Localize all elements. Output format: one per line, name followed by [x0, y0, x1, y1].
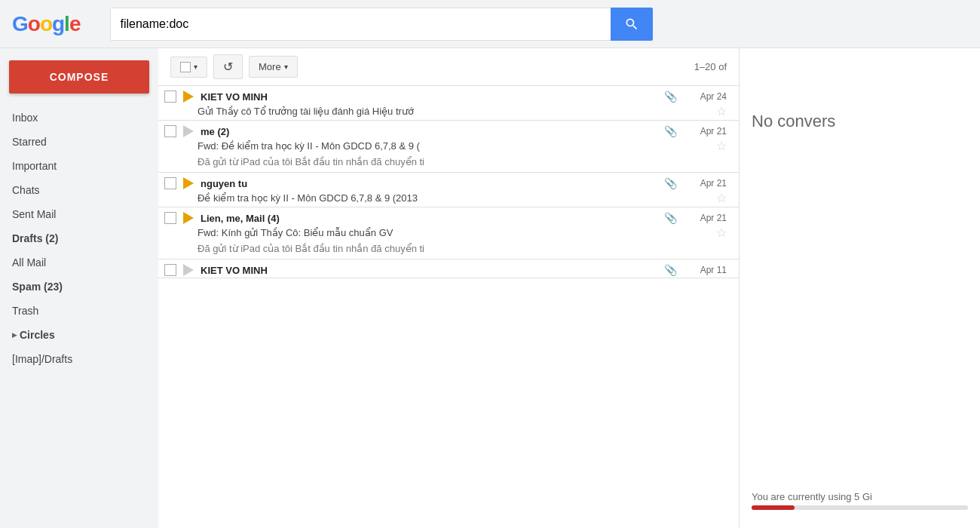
expand-icon: ▸: [12, 330, 17, 340]
sidebar-item-allmail[interactable]: All Mail: [0, 250, 152, 275]
sidebar-item-starred[interactable]: Starred: [0, 130, 152, 154]
important-marker-icon: [182, 125, 194, 137]
email-row[interactable]: me (2)📎Apr 21Fwd: Đề kiểm tra học kỳ II …: [158, 121, 739, 173]
email-checkbox[interactable]: [164, 212, 176, 224]
refresh-button[interactable]: ↺: [213, 54, 243, 79]
attachment-icon: 📎: [664, 212, 677, 224]
sidebar-item-important[interactable]: Important: [0, 154, 152, 178]
email-row[interactable]: Lien, me, Mail (4)📎Apr 21Fwd: Kính gửi T…: [158, 207, 739, 259]
sidebar-item-label: Important: [12, 160, 57, 172]
sidebar-item-circles[interactable]: ▸ Circles: [0, 323, 152, 347]
sidebar-item-sent[interactable]: Sent Mail: [0, 202, 152, 226]
email-sender: KIET VO MINH: [201, 265, 321, 276]
attachment-icon: 📎: [664, 177, 677, 189]
star-icon[interactable]: ☆: [716, 139, 727, 153]
email-snippet: Đã gửi từ iPad của tôi Bắt đầu tin nhắn …: [158, 155, 739, 172]
star-icon[interactable]: ☆: [716, 226, 727, 240]
main: COMPOSE InboxStarredImportantChatsSent M…: [0, 48, 980, 528]
sidebar-item-trash[interactable]: Trash: [0, 299, 152, 323]
sidebar-item-label: Spam (23): [12, 281, 63, 293]
header: Google: [0, 0, 980, 48]
sidebar-item-label: Sent Mail: [12, 208, 56, 220]
sidebar-item-drafts[interactable]: Drafts (2): [0, 226, 152, 250]
sidebar-item-label: Circles: [20, 329, 55, 341]
email-checkbox[interactable]: [164, 177, 176, 189]
sidebar-items: InboxStarredImportantChatsSent MailDraft…: [0, 106, 158, 371]
star-icon[interactable]: ☆: [716, 191, 727, 205]
compose-button[interactable]: COMPOSE: [9, 60, 149, 94]
refresh-icon: ↺: [223, 60, 233, 74]
important-marker-icon: [182, 212, 194, 224]
attachment-icon: 📎: [664, 264, 677, 276]
sidebar-item-label: Trash: [12, 305, 38, 317]
more-caret: ▾: [284, 63, 288, 71]
email-row[interactable]: KIET VO MINH📎Apr 24Gửi Thầy cô Tổ trưởng…: [158, 86, 739, 121]
email-sender: me (2): [201, 126, 321, 137]
sidebar-item-label: All Mail: [12, 256, 46, 269]
sidebar-item-chats[interactable]: Chats: [0, 178, 152, 202]
checkbox-icon: [180, 62, 191, 72]
email-subject: Đề kiểm tra học kỳ II - Môn GDCD 6,7,8 &…: [198, 192, 710, 204]
important-marker-icon: [182, 264, 194, 276]
search-area: [110, 8, 653, 41]
toolbar: ▾ ↺ More ▾ 1–20 of: [158, 48, 739, 86]
email-subject: Fwd: Đề kiểm tra học kỳ II - Môn GDCD 6,…: [198, 140, 710, 152]
important-marker-icon: [182, 177, 194, 189]
email-list: KIET VO MINH📎Apr 24Gửi Thầy cô Tổ trưởng…: [158, 86, 739, 528]
email-date: Apr 24: [689, 91, 727, 102]
google-logo: Google: [12, 12, 80, 36]
email-checkbox[interactable]: [164, 264, 176, 276]
search-input[interactable]: [110, 8, 611, 41]
attachment-icon: 📎: [664, 125, 677, 137]
email-row[interactable]: nguyen tu📎Apr 21Đề kiểm tra học kỳ II - …: [158, 173, 739, 207]
email-subject: Fwd: Kính gửi Thầy Cô: Biểu mẫu chuẩn GV: [198, 227, 710, 238]
pagination: 1–20 of: [694, 61, 727, 72]
storage-bar: [752, 505, 795, 510]
important-marker-icon: [182, 91, 194, 103]
sidebar-item-inbox[interactable]: Inbox: [0, 106, 152, 130]
more-label: More: [259, 61, 281, 72]
search-icon: [624, 17, 639, 32]
sidebar-item-spam[interactable]: Spam (23): [0, 275, 152, 299]
right-panel: No convers You are currently using 5 Gi: [739, 48, 980, 528]
select-button[interactable]: ▾: [170, 57, 207, 78]
sidebar-item-imap-drafts[interactable]: [Imap]/Drafts: [0, 347, 152, 371]
sidebar-item-label: Starred: [12, 136, 47, 148]
sidebar-item-label: [Imap]/Drafts: [12, 353, 72, 365]
sidebar-item-label: Chats: [12, 184, 40, 196]
more-button[interactable]: More ▾: [249, 56, 298, 78]
email-date: Apr 21: [689, 213, 727, 223]
storage-bar-container: [752, 505, 968, 510]
email-sender: nguyen tu: [201, 178, 321, 189]
attachment-icon: 📎: [664, 91, 677, 103]
storage-text: You are currently using 5 Gi: [752, 491, 968, 502]
search-button[interactable]: [611, 8, 653, 41]
email-sender: Lien, me, Mail (4): [201, 213, 321, 224]
star-icon[interactable]: ☆: [716, 104, 727, 118]
email-snippet: Đã gửi từ iPad của tôi Bắt đầu tin nhắn …: [158, 241, 739, 259]
no-conversation-text: No convers: [752, 112, 968, 131]
email-date: Apr 11: [689, 265, 727, 275]
email-subject: Gửi Thầy cô Tổ trưởng tài liệu đánh giá …: [198, 106, 710, 117]
email-checkbox[interactable]: [164, 91, 176, 103]
select-caret: ▾: [194, 63, 198, 71]
sidebar-item-label: Drafts (2): [12, 232, 58, 244]
email-sender: KIET VO MINH: [201, 91, 321, 103]
sidebar-item-label: Inbox: [12, 112, 38, 124]
email-row[interactable]: KIET VO MINH📎Apr 11: [158, 259, 739, 278]
content-area: ▾ ↺ More ▾ 1–20 of KIET VO MINH📎Apr 24Gử…: [158, 48, 739, 528]
email-date: Apr 21: [689, 126, 727, 137]
sidebar: COMPOSE InboxStarredImportantChatsSent M…: [0, 48, 158, 528]
email-date: Apr 21: [689, 178, 727, 189]
email-checkbox[interactable]: [164, 125, 176, 137]
